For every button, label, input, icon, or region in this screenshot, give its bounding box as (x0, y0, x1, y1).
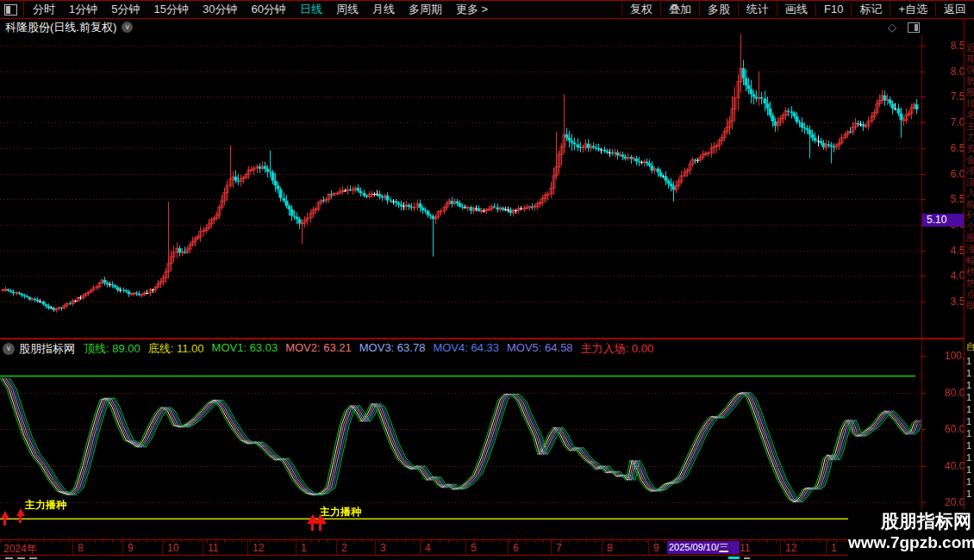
toolbar-item-月线[interactable]: 月线 (365, 2, 402, 17)
clipped-text-fragment (29, 557, 37, 559)
clipped-text-fragment (17, 557, 25, 559)
month-label: 11 (208, 542, 218, 554)
stock-title: 科隆股份(日线.前复权) (5, 20, 116, 35)
month-separator (826, 540, 827, 555)
month-label: 10 (167, 542, 178, 554)
month-label: 6 (513, 542, 519, 554)
month-label: 1 (301, 542, 307, 554)
month-separator (296, 540, 297, 555)
clipped-digit-fragment: 1 (966, 428, 971, 439)
clipped-text-fragment (5, 557, 13, 559)
toolbar-separator (23, 2, 24, 17)
toolbar-item-日线[interactable]: 日线 (293, 2, 329, 17)
window-panel-icon[interactable] (4, 4, 17, 16)
minor-ticks (0, 540, 921, 543)
month-separator (247, 540, 248, 555)
indicator-param-MOV4: MOV4: 64.33 (433, 341, 499, 357)
indicator-param-MOV5: MOV5: 64.58 (507, 341, 573, 357)
clipped-text-fragment: 净 (966, 165, 974, 176)
toolbar-button-统计[interactable]: 统计 (738, 3, 777, 16)
month-label: 11 (740, 542, 750, 554)
month-label: 4 (425, 542, 431, 554)
toolbar-item-5分钟[interactable]: 5分钟 (104, 2, 147, 17)
month-separator (465, 540, 466, 555)
indicator-param-MOV3: MOV3: 63.78 (359, 341, 426, 357)
clipped-digit-fragment: 1 (966, 488, 971, 499)
month-label: 3 (380, 542, 386, 554)
indicator-chevron-icon[interactable] (3, 343, 15, 355)
clipped-side-panel: 近期强势股排名主力资金净流入前列个股涨幅榜热点版自111111111111 (964, 20, 974, 556)
time-axis: 2024年 8910111212345678911121 2025/09/10/… (0, 539, 921, 556)
signal-arrow-stem (319, 524, 322, 531)
month-separator (162, 540, 163, 555)
toolbar-button-复权[interactable]: 复权 (621, 3, 660, 16)
clipped-text-fragment: 力 (966, 132, 974, 142)
split-layout-icon[interactable] (908, 22, 920, 33)
clipped-text-fragment: 资 (966, 143, 974, 153)
toolbar-item-1分钟[interactable]: 1分钟 (62, 2, 104, 17)
price-axis-border (921, 34, 922, 556)
candlestick-chart[interactable] (0, 34, 921, 338)
chart-titlebar: 科隆股份(日线.前复权) ◇ (0, 20, 974, 34)
diamond-icon[interactable]: ◇ (888, 21, 896, 34)
month-separator (203, 540, 203, 555)
clipped-text-fragment: 流 (966, 177, 974, 187)
clipped-text-fragment: 股 (966, 233, 974, 243)
toolbar-button-多股[interactable]: 多股 (699, 3, 738, 16)
clipped-text-fragment: 强 (966, 65, 974, 75)
clipped-text-fragment: 势 (966, 76, 974, 86)
month-label: 7 (556, 542, 562, 554)
toolbar-button-返回[interactable]: 返回 (935, 3, 974, 16)
month-label: 1 (831, 542, 837, 554)
clipped-digit-fragment: 1 (966, 404, 971, 414)
clipped-text-fragment: 金 (966, 154, 974, 165)
toolbar-button-叠加[interactable]: 叠加 (660, 3, 699, 16)
toolbar-button-+自选[interactable]: +自选 (890, 3, 935, 16)
clipped-text-fragment: 幅 (966, 255, 974, 265)
cursor-weekday: 三 (719, 542, 728, 552)
indicator-param-底线: 底线: 11.00 (148, 341, 204, 357)
month-label: 12 (253, 542, 264, 554)
clipped-text-fragment: 自 (966, 341, 974, 352)
month-label: 9 (128, 542, 134, 554)
month-separator (648, 540, 649, 555)
toolbar-item-更多 >[interactable]: 更多 > (449, 2, 495, 17)
month-separator (508, 540, 509, 555)
month-separator (420, 540, 421, 555)
clipped-digit-fragment: 1 (966, 368, 971, 378)
watermark-site-name: 股朋指标网 (848, 510, 971, 532)
month-label: 8 (78, 542, 84, 554)
month-label: 5 (471, 542, 477, 554)
indicator-param-MOV1: MOV1: 63.03 (212, 341, 278, 357)
toolbar-item-多周期[interactable]: 多周期 (402, 2, 449, 17)
month-separator (602, 540, 603, 555)
clipped-digit-fragment: 1 (966, 356, 971, 366)
last-price-tag: 5.10 (922, 214, 968, 227)
month-separator (780, 540, 781, 555)
cursor-date: 2025/09/10/ (669, 542, 719, 552)
toolbar-button-画线[interactable]: 画线 (777, 3, 815, 16)
clipped-text-fragment: 主 (966, 121, 974, 131)
toolbar-item-周线[interactable]: 周线 (329, 2, 365, 17)
period-toolbar: 分时1分钟5分钟15分钟30分钟60分钟日线周线月线多周期更多 > 复权叠加多股… (0, 0, 974, 19)
chevron-down-icon[interactable] (122, 22, 133, 33)
toolbar-button-标记[interactable]: 标记 (851, 3, 890, 16)
indicator-chart[interactable] (0, 358, 921, 539)
clipped-digit-fragment: 1 (966, 416, 971, 426)
toolbar-item-分时[interactable]: 分时 (26, 2, 62, 17)
clipped-digit-fragment: 1 (966, 440, 971, 451)
toolbar-item-60分钟[interactable]: 60分钟 (244, 2, 292, 17)
clipped-text-fragment: 名 (966, 109, 974, 120)
clipped-bottom-panel (0, 556, 974, 560)
toolbar-item-30分钟[interactable]: 30分钟 (196, 2, 244, 17)
toolbar-item-15分钟[interactable]: 15分钟 (147, 2, 195, 17)
clipped-text-fragment: 前 (966, 199, 974, 209)
signal-arrow-icon (1, 511, 9, 519)
clipped-text-fragment: 期 (966, 53, 974, 64)
signal-arrow-stem (3, 519, 6, 526)
clipped-digit-fragment: 1 (966, 464, 971, 475)
clipped-digit-fragment: 1 (966, 392, 971, 402)
month-label: 12 (785, 542, 796, 554)
clipped-text-fragment: 个 (966, 221, 974, 232)
toolbar-button-F10[interactable]: F10 (815, 3, 851, 16)
